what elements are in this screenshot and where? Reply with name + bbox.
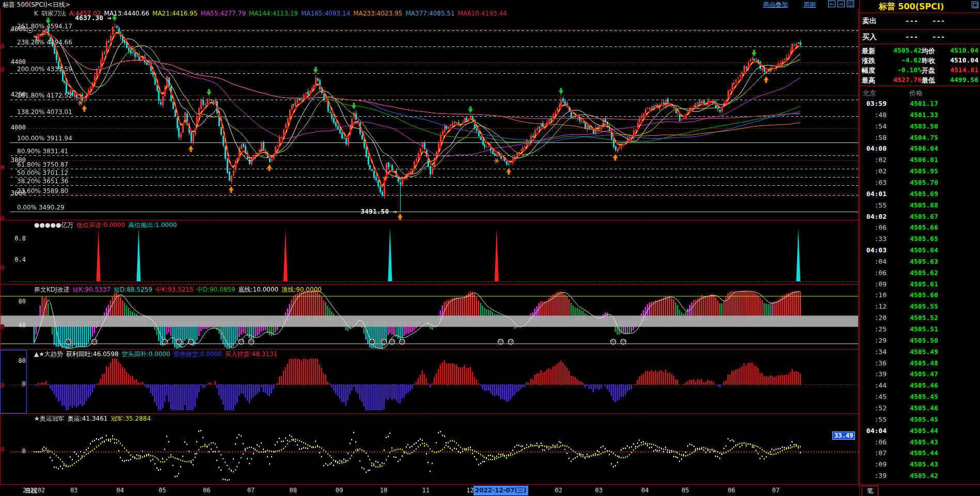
- tape-time: :48: [861, 111, 887, 119]
- month-tick-label: 03: [595, 487, 602, 494]
- frame-marker-icon[interactable]: [0, 324, 5, 329]
- arrow-right-icon[interactable]: ⇒: [837, 1, 845, 7]
- tape-price: 4505.44: [897, 427, 938, 435]
- tape-price: 4501.17: [897, 100, 938, 107]
- tape-price: 4505.43: [897, 460, 938, 468]
- indicator-axis-label: 80: [3, 298, 26, 305]
- chart-canvas[interactable]: [0, 9, 859, 484]
- arrow-left-icon[interactable]: ⇐: [828, 1, 835, 7]
- frame-marker-icon[interactable]: [0, 216, 5, 220]
- tape-time: :06: [861, 269, 887, 277]
- tile-windows-icon[interactable]: ◫: [847, 1, 854, 7]
- quote-label: 涨跌: [862, 56, 875, 66]
- tape-time: :33: [861, 235, 887, 243]
- tape-time: :06: [861, 223, 887, 231]
- fib-label: 100.00% 3911.94: [17, 135, 72, 142]
- quote-value: 4527.76: [884, 76, 922, 84]
- frame-marker-icon[interactable]: [0, 383, 5, 388]
- indicator-axis-label: 0.4: [3, 256, 26, 263]
- fib-label: 138.20% 4073.01: [17, 108, 72, 116]
- legend-item: MA610:4193.44: [458, 10, 507, 17]
- highlighted-date: 2022-12-07(三): [473, 486, 528, 495]
- selection-rectangle[interactable]: [0, 350, 27, 413]
- legend-item: 高位抛出:1.0000: [128, 221, 177, 229]
- tape-price: 4505.69: [897, 190, 938, 198]
- window-title: 标普 500(SPCI)<日线>: [3, 1, 70, 9]
- tape-time: :09: [861, 280, 887, 288]
- legend-item: 底线:10.0000: [239, 286, 279, 293]
- fib-label: 23.60% 3589.80: [17, 187, 68, 195]
- tape-price: 4505.95: [897, 167, 938, 175]
- quote-label: 最高: [862, 76, 875, 85]
- price-annotation: 4637.30 →: [62, 14, 112, 22]
- quote-row: 涨跌-4.62昨收4510.04: [860, 56, 980, 66]
- quote-value: 4510.04: [941, 46, 978, 54]
- chart-region: K胡家刀法A:4452.02MA13:4440.66MA21:4416.95MA…: [0, 9, 859, 484]
- legend-item: ●●●●●亿万: [34, 221, 73, 229]
- quote-value: 4499.56: [941, 76, 978, 84]
- quote-value: 4510.04: [941, 56, 978, 64]
- month-tick-label: 05: [682, 487, 689, 494]
- period-link[interactable]: 周期: [803, 1, 816, 9]
- tape-price: 4505.43: [897, 438, 938, 446]
- legend-item: MA233:4023.95: [353, 10, 402, 17]
- tape-time: 04:02: [861, 213, 887, 220]
- yiwan-panel-legend: ●●●●●亿万低位买进:0.0000高位抛出:1.0000: [34, 221, 180, 230]
- frame-marker-icon[interactable]: [0, 67, 5, 72]
- tape-time: :29: [861, 337, 887, 344]
- ask-price: ---: [905, 17, 918, 25]
- quote-value: -0.10%: [884, 66, 922, 74]
- indicator-axis-label: 0: [3, 447, 26, 455]
- tape-price: 4505.60: [897, 291, 938, 299]
- tape-time: :20: [861, 314, 887, 322]
- month-tick-label: 05: [159, 487, 166, 494]
- tape-price: 4505.45: [897, 415, 938, 423]
- tape-time: :03: [861, 179, 887, 186]
- legend-item: MA377:4085.51: [405, 10, 454, 17]
- tape-price: 4504.75: [897, 134, 938, 141]
- legend-item: 冠军:35.2884: [110, 415, 151, 422]
- overlay-symbol-link[interactable]: 商品叠加: [763, 1, 788, 9]
- price-annotation: 3491.50 →: [348, 207, 397, 215]
- legend-item: 中K:93.5215: [155, 286, 194, 293]
- tape-time: :44: [861, 381, 887, 389]
- indicator-axis-label: 40: [3, 322, 26, 329]
- frame-marker-icon[interactable]: [0, 265, 5, 270]
- quote-value: 4514.61: [941, 66, 978, 74]
- bid-label: 买入: [862, 33, 877, 42]
- month-tick-label: 09: [336, 487, 343, 494]
- tape-time: :10: [861, 291, 887, 299]
- month-tick-label: 10: [380, 487, 387, 494]
- frame-marker-icon[interactable]: [0, 44, 5, 49]
- tape-price: 4505.55: [897, 302, 938, 310]
- maximize-icon[interactable]: [972, 2, 978, 8]
- fib-label: 38.20% 3651.36: [17, 178, 68, 185]
- frame-marker-icon[interactable]: [0, 447, 5, 452]
- trend-panel-legend: ▲★大趋势获利回吐:46.0598空头回补:0.0000坚绝做空:0.0000买…: [34, 350, 280, 359]
- quote-panel: 标普 500(SPCI) 卖出 --- --- 买入 --- --- 最新450…: [859, 0, 980, 496]
- tape-price: 4506.04: [897, 145, 938, 152]
- frame-marker-icon[interactable]: [0, 165, 5, 170]
- tape-time: :45: [861, 393, 887, 401]
- symbol-title: 标普 500(SPCI): [860, 2, 963, 12]
- ask-label: 卖出: [862, 17, 877, 26]
- fib-label: 200.00% 4333.59: [17, 66, 72, 73]
- legend-item: ★奥运冠军: [34, 415, 65, 422]
- tape-price: 4505.46: [897, 381, 938, 389]
- tape-time: :39: [861, 472, 887, 479]
- tab-tape[interactable]: 笔: [862, 486, 878, 496]
- tape-time: :36: [861, 359, 887, 367]
- legend-item: 奥运:41.3461: [68, 415, 108, 422]
- quote-label: 最低: [922, 76, 935, 85]
- fib-label: 50.00% 3701.12: [17, 169, 68, 177]
- tape-price: 4505.48: [897, 359, 938, 367]
- tape-price: 4505.68: [897, 201, 938, 209]
- legend-item: 获利回吐:46.0598: [66, 350, 119, 358]
- tape-price: 4505.66: [897, 223, 938, 231]
- legend-item: 界文KDJ改进: [34, 286, 70, 293]
- fib-label: 238.20% 4494.66: [17, 39, 72, 46]
- month-tick-label: 07: [772, 487, 779, 494]
- legend-item: 短K:90.5337: [73, 286, 111, 293]
- legend-item: 短D:88.5259: [114, 286, 152, 293]
- ask-volume: ---: [932, 17, 945, 25]
